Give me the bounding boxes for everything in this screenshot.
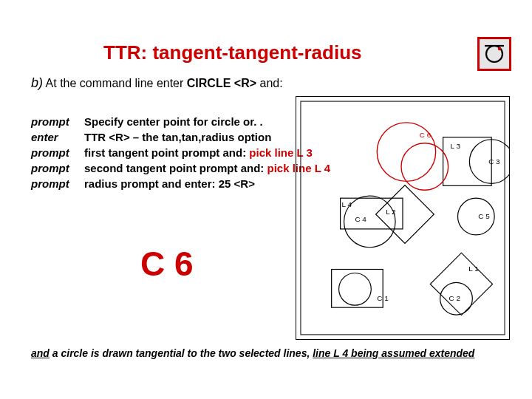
prompt-text-part: first tangent point prompt and: xyxy=(84,146,249,159)
footnote-and: and xyxy=(31,347,50,359)
label-c3: C 3 xyxy=(488,158,500,166)
prompt-text: first tangent point prompt and: pick lin… xyxy=(84,145,313,160)
svg-rect-14 xyxy=(430,253,492,315)
step-letter: b) xyxy=(31,75,43,90)
svg-point-2 xyxy=(498,47,501,50)
label-c4: C 4 xyxy=(355,215,366,223)
footnote: and a circle is drawn tangential to the … xyxy=(31,347,474,359)
prompt-text: TTR <R> – the tan,tan,radius option xyxy=(84,129,271,145)
sub-text-and: and: xyxy=(260,77,283,89)
prompt-label: prompt xyxy=(31,160,84,176)
prompt-label: prompt xyxy=(31,145,84,160)
footnote-mid: a circle is drawn tangential to the two … xyxy=(50,347,313,359)
geometry-diagram: L 3 C 3 L 4 C 4 L 2 C 5 C 6 C 1 L 1 C 2 xyxy=(296,96,510,340)
svg-rect-8 xyxy=(376,185,434,244)
sub-heading: b) At the command line enter CIRCLE <R> … xyxy=(31,75,283,91)
prompt-text: Specify center point for circle or. . xyxy=(84,114,263,129)
circle-tangent-icon xyxy=(483,43,505,65)
prompt-text: radius prompt and enter: 25 <R> xyxy=(84,176,255,191)
label-c5: C 5 xyxy=(478,212,490,220)
label-l3: L 3 xyxy=(451,142,461,150)
footnote-line: line L 4 being assumed extended xyxy=(313,347,474,359)
sub-text-at: At the command line enter xyxy=(46,77,187,89)
label-l1: L 1 xyxy=(468,265,479,273)
prompt-label: prompt xyxy=(31,176,84,191)
label-c1: C 1 xyxy=(377,294,389,302)
label-c2: C 2 xyxy=(449,294,461,302)
sub-command: CIRCLE <R> xyxy=(187,77,256,89)
prompt-label: enter xyxy=(31,129,84,145)
ttr-icon xyxy=(477,37,511,71)
label-l2: L 2 xyxy=(386,208,396,216)
prompt-text-part: second tangent point prompt and: xyxy=(84,162,267,174)
label-c6: C 6 xyxy=(420,131,432,139)
prompts-block: prompt Specify center point for circle o… xyxy=(31,114,330,191)
prompt-label: prompt xyxy=(31,114,84,129)
svg-point-7 xyxy=(344,196,396,248)
prompt-text: second tangent point prompt and: pick li… xyxy=(84,160,330,176)
svg-point-13 xyxy=(339,273,372,305)
page-title: TTR: tangent-tangent-radius xyxy=(103,41,362,64)
result-label-c6: C 6 xyxy=(140,244,194,284)
svg-point-11 xyxy=(401,143,449,191)
